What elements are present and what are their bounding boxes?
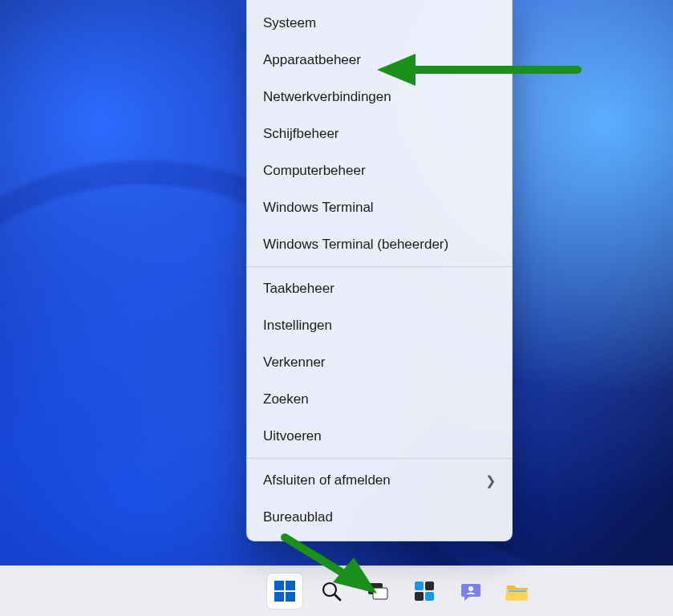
menu-item-label: Apparaatbeheer [263, 52, 361, 68]
menu-item-label: Windows Terminal (beheerder) [263, 237, 448, 253]
svg-rect-7 [373, 588, 387, 599]
menu-item-label: Afsluiten of afmelden [263, 472, 391, 488]
svg-point-12 [468, 586, 473, 591]
taskview-icon [367, 580, 389, 602]
search-button[interactable] [314, 573, 349, 609]
widgets-icon [413, 580, 436, 602]
folder-icon [505, 581, 529, 602]
menu-item-zoeken[interactable]: Zoeken [247, 381, 512, 418]
chevron-right-icon: ❯ [485, 473, 496, 488]
winx-context-menu: Systeem Apparaatbeheer Netwerkverbinding… [246, 0, 513, 541]
svg-rect-1 [286, 581, 295, 590]
menu-separator [247, 266, 512, 267]
svg-line-5 [334, 594, 340, 600]
chat-icon [460, 580, 482, 602]
svg-rect-2 [274, 592, 284, 602]
menu-item-label: Netwerkverbindingen [263, 89, 391, 105]
menu-item-uitvoeren[interactable]: Uitvoeren [247, 418, 512, 455]
menu-item-computerbeheer[interactable]: Computerbeheer [247, 152, 512, 189]
svg-rect-11 [425, 592, 434, 601]
svg-rect-8 [415, 582, 424, 590]
menu-item-label: Systeem [263, 15, 316, 31]
menu-item-label: Schijfbeheer [263, 126, 339, 142]
menu-item-bureaublad[interactable]: Bureaublad [247, 499, 512, 536]
taskview-button[interactable] [360, 573, 395, 609]
svg-rect-3 [286, 592, 295, 602]
menu-item-label: Zoeken [263, 391, 309, 407]
menu-item-windows-terminal-admin[interactable]: Windows Terminal (beheerder) [247, 226, 512, 263]
menu-item-windows-terminal[interactable]: Windows Terminal [247, 189, 512, 226]
menu-item-label: Instellingen [263, 318, 332, 334]
menu-item-instellingen[interactable]: Instellingen [247, 307, 512, 344]
explorer-button[interactable] [500, 573, 535, 609]
svg-rect-10 [415, 592, 424, 601]
menu-item-netwerkverbindingen[interactable]: Netwerkverbindingen [247, 79, 512, 116]
menu-item-label: Computerbeheer [263, 163, 366, 179]
menu-item-label: Windows Terminal [263, 200, 374, 216]
svg-rect-13 [509, 590, 526, 592]
windows-logo-icon [274, 581, 295, 602]
menu-item-label: Bureaublad [263, 509, 333, 525]
chat-button[interactable] [453, 573, 489, 609]
widgets-button[interactable] [407, 573, 442, 609]
menu-item-apparaatbeheer[interactable]: Apparaatbeheer [247, 42, 512, 79]
start-button[interactable] [267, 573, 302, 609]
menu-separator [247, 458, 512, 459]
menu-item-label: Taakbeheer [263, 281, 334, 297]
menu-item-verkenner[interactable]: Verkenner [247, 344, 512, 381]
search-icon [321, 581, 342, 602]
svg-rect-9 [425, 582, 434, 590]
menu-item-label: Uitvoeren [263, 428, 322, 444]
menu-item-label: Verkenner [263, 355, 326, 371]
svg-rect-0 [274, 581, 284, 590]
menu-item-taakbeheer[interactable]: Taakbeheer [247, 270, 512, 307]
menu-item-systeem[interactable]: Systeem [247, 5, 512, 42]
menu-item-afsluiten[interactable]: Afsluiten of afmelden ❯ [247, 462, 512, 499]
taskbar [0, 565, 673, 616]
menu-item-schijfbeheer[interactable]: Schijfbeheer [247, 116, 512, 152]
